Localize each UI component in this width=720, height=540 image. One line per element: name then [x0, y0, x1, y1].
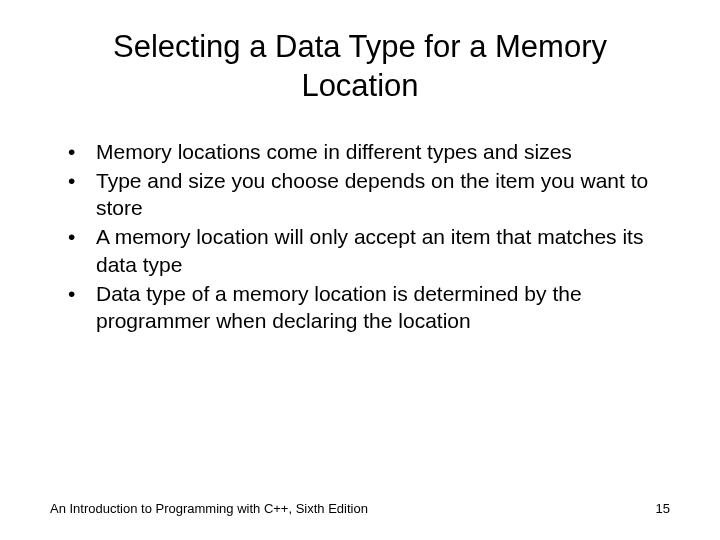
page-number: 15	[656, 501, 670, 516]
list-item: Data type of a memory location is determ…	[68, 280, 670, 335]
list-item: Type and size you choose depends on the …	[68, 167, 670, 222]
page-title: Selecting a Data Type for a Memory Locat…	[50, 28, 670, 106]
footer-left: An Introduction to Programming with C++,…	[50, 501, 368, 516]
bullet-list: Memory locations come in different types…	[50, 138, 670, 335]
list-item: A memory location will only accept an it…	[68, 223, 670, 278]
list-item: Memory locations come in different types…	[68, 138, 670, 165]
footer: An Introduction to Programming with C++,…	[50, 501, 670, 516]
